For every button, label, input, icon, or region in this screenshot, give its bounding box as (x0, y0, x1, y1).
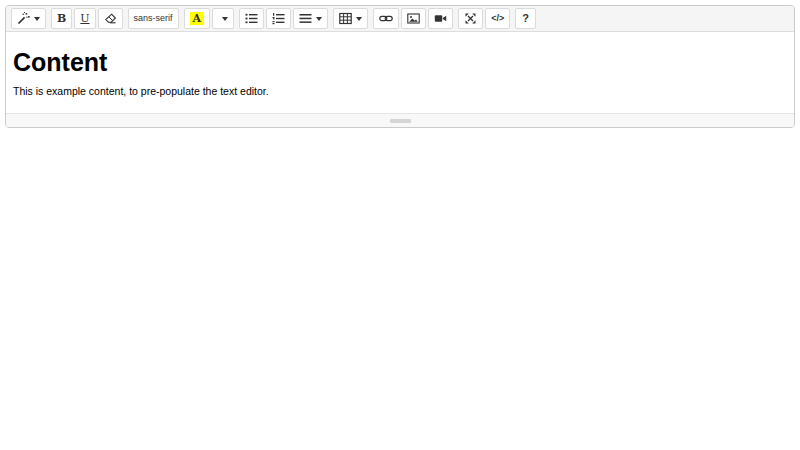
insert-link-button[interactable] (373, 8, 399, 29)
bold-button[interactable]: B (51, 8, 72, 29)
style-dropdown-button[interactable] (11, 8, 46, 29)
fontname-dropdown-button[interactable]: sans-serif (128, 8, 179, 29)
table-dropdown-button[interactable] (333, 8, 368, 29)
toolbar-group-view: </> (458, 8, 510, 29)
editor-content-area[interactable]: Content This is example content, to pre-… (6, 32, 794, 113)
recent-color-button[interactable]: A (184, 8, 211, 29)
toolbar-group-para (239, 8, 328, 29)
content-heading: Content (13, 48, 787, 78)
page: BUsans-serifA</>? Content This is exampl… (0, 0, 800, 133)
underline-icon: U (80, 13, 89, 24)
codeview-button[interactable]: </> (485, 8, 510, 29)
toolbar-group-fontname: sans-serif (128, 8, 179, 29)
picture-icon (407, 12, 420, 25)
fullscreen-icon (464, 12, 477, 25)
font-color-icon: A (190, 12, 205, 25)
ordered-list-icon (272, 12, 285, 25)
fontname-label: sans-serif (134, 14, 173, 23)
toolbar-group-font: BU (51, 8, 123, 29)
code-view-icon: </> (491, 14, 504, 23)
insert-video-button[interactable] (428, 8, 453, 29)
ordered-list-button[interactable] (266, 8, 291, 29)
toolbar-group-table (333, 8, 368, 29)
magic-wand-icon (17, 12, 30, 25)
caret-down-icon (316, 17, 322, 21)
unordered-list-icon (245, 12, 258, 25)
caret-down-icon (34, 17, 40, 21)
help-icon: ? (522, 13, 529, 24)
unordered-list-button[interactable] (239, 8, 264, 29)
resize-handle[interactable] (390, 119, 411, 123)
clear-formatting-button[interactable] (98, 8, 123, 29)
link-icon (379, 12, 393, 25)
caret-down-icon (356, 17, 362, 21)
toolbar-group-insert (373, 8, 453, 29)
align-left-icon (299, 12, 312, 25)
video-icon (434, 12, 447, 25)
caret-down-icon (222, 17, 228, 21)
fullscreen-button[interactable] (458, 8, 483, 29)
paragraph-dropdown-button[interactable] (293, 8, 328, 29)
content-paragraph: This is example content, to pre-populate… (13, 84, 787, 99)
underline-button[interactable]: U (74, 8, 95, 29)
bold-icon: B (57, 13, 66, 24)
editor-statusbar (6, 113, 794, 127)
insert-picture-button[interactable] (401, 8, 426, 29)
toolbar-group-style (11, 8, 46, 29)
toolbar-group-help: ? (515, 8, 536, 29)
help-button[interactable]: ? (515, 8, 536, 29)
editor-toolbar: BUsans-serifA</>? (6, 6, 794, 32)
text-editor: BUsans-serifA</>? Content This is exampl… (5, 5, 795, 128)
toolbar-group-color: A (184, 8, 235, 29)
table-icon (339, 12, 352, 25)
eraser-icon (104, 12, 117, 25)
color-dropdown-button[interactable] (212, 8, 234, 29)
